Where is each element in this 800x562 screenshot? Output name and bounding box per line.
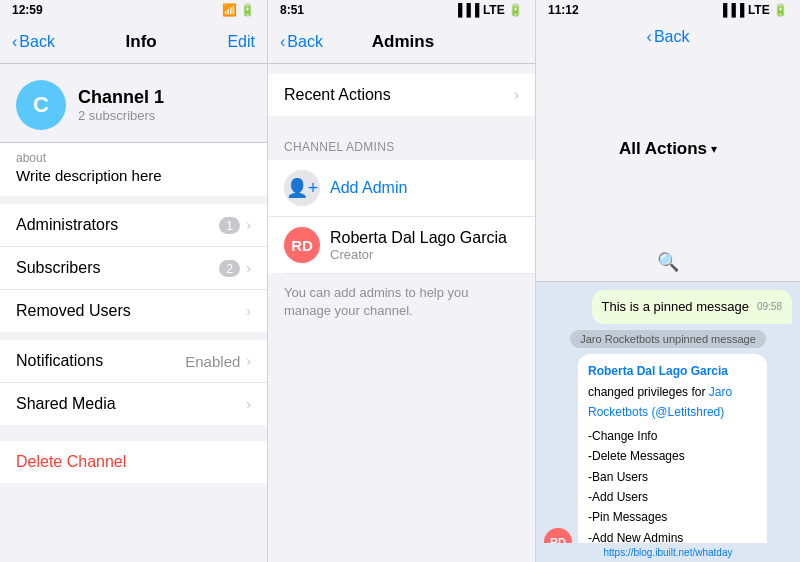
nav-bar-info: ‹ Back Info Edit	[0, 20, 268, 64]
recent-actions-label: Recent Actions	[284, 86, 391, 104]
status-icons-2: ▐▐▐ LTE 🔋	[454, 3, 523, 17]
panel-info: 12:59 📶 🔋 ‹ Back Info Edit C Channel 1 2…	[0, 0, 268, 562]
back-button-admins[interactable]: ‹ Back	[280, 33, 323, 51]
help-text: You can add admins to help you manage yo…	[268, 274, 535, 330]
menu-section-notifications: Notifications Enabled › Shared Media ›	[0, 340, 267, 425]
nav-title-chat[interactable]: All Actions ▾	[619, 139, 717, 159]
back-button-info[interactable]: ‹ Back	[12, 33, 55, 51]
nav-title-admins: Admins	[372, 32, 434, 52]
channel-subscribers: 2 subscribers	[78, 108, 164, 123]
menu-item-subscribers[interactable]: Subscribers 2 ›	[0, 247, 267, 290]
back-chevron-icon: ‹	[12, 33, 17, 51]
msg-pinned: This is a pinned message 09:58	[544, 290, 792, 324]
about-label: about	[16, 151, 251, 165]
add-admin-icon: 👤+	[284, 170, 320, 206]
dropdown-arrow-icon: ▾	[711, 142, 717, 156]
channel-avatar: C	[16, 80, 66, 130]
chat-messages: This is a pinned message 09:58 Jaro Rock…	[536, 282, 800, 543]
status-time-3: 11:12	[548, 3, 579, 17]
nav-bar-admins: ‹ Back Admins	[268, 20, 536, 64]
status-time-1: 12:59	[12, 3, 43, 17]
admin-info: Roberta Dal Lago Garcia Creator	[330, 229, 507, 262]
back-chevron-icon-chat: ‹	[647, 28, 652, 46]
panel-chat: 11:12 ▐▐▐ LTE 🔋 ‹ Back All Actions ▾ 🔍 T…	[536, 0, 800, 562]
rd-avatar-1: RD	[544, 528, 572, 543]
chevron-icon-sub: ›	[246, 260, 251, 276]
search-button-chat[interactable]: 🔍	[657, 251, 679, 273]
recent-actions-row[interactable]: Recent Actions ›	[268, 74, 535, 116]
channel-info: Channel 1 2 subscribers	[78, 87, 164, 123]
msg-text: This is a pinned message	[602, 299, 749, 314]
channel-header: C Channel 1 2 subscribers	[0, 64, 267, 143]
nav-bar-chat: ‹ Back All Actions ▾ 🔍	[536, 20, 800, 282]
add-admin-row[interactable]: 👤+ Add Admin	[268, 160, 535, 217]
status-icons-3: ▐▐▐ LTE 🔋	[719, 3, 788, 17]
chevron-icon-recent: ›	[514, 86, 519, 104]
chevron-icon-removed: ›	[246, 303, 251, 319]
chevron-icon-media: ›	[246, 396, 251, 412]
panel-admins: 8:51 ▐▐▐ LTE 🔋 ‹ Back Admins Recent Acti…	[268, 0, 536, 562]
menu-item-removed[interactable]: Removed Users ›	[0, 290, 267, 332]
menu-item-shared-media[interactable]: Shared Media ›	[0, 383, 267, 425]
menu-section-main: Administrators 1 › Subscribers 2 › Remov…	[0, 204, 267, 332]
section-header-admins: CHANNEL ADMINS	[268, 134, 535, 160]
about-value: Write description here	[16, 167, 251, 184]
admin-avatar: RD	[284, 227, 320, 263]
back-button-chat[interactable]: ‹ Back	[647, 28, 690, 46]
delete-section: Delete Channel	[0, 441, 267, 483]
chevron-icon-notif: ›	[246, 353, 251, 369]
channel-name: Channel 1	[78, 87, 164, 108]
about-section: about Write description here	[0, 143, 267, 196]
nav-title-info: Info	[126, 32, 157, 52]
system-unpinned-1: Jaro Rocketbots unpinned message	[570, 330, 766, 348]
edit-button[interactable]: Edit	[227, 33, 255, 51]
watermark: https://blog.ibuilt.net/whatday	[536, 543, 800, 562]
admin-row[interactable]: RD Roberta Dal Lago Garcia Creator	[268, 217, 535, 273]
status-time-2: 8:51	[280, 3, 304, 17]
delete-channel-button[interactable]: Delete Channel	[0, 441, 267, 483]
back-chevron-icon-admins: ‹	[280, 33, 285, 51]
menu-item-notifications[interactable]: Notifications Enabled ›	[0, 340, 267, 383]
chevron-icon-admin: ›	[246, 217, 251, 233]
privilege-msg-1: RD Roberta Dal Lago Garcia changed privi…	[544, 354, 767, 543]
status-icons-1: 📶 🔋	[222, 3, 255, 17]
menu-item-administrators[interactable]: Administrators 1 ›	[0, 204, 267, 247]
add-admin-label: Add Admin	[330, 179, 407, 197]
